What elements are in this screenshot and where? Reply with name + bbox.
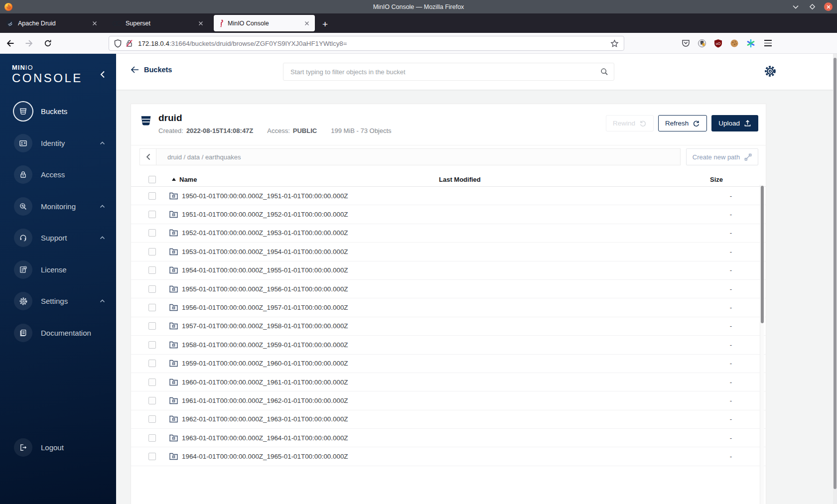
tab-close-icon[interactable]	[303, 20, 310, 27]
sidebar-item-identity[interactable]: Identity	[0, 127, 116, 159]
row-checkbox[interactable]	[148, 285, 156, 293]
sidebar-item-buckets[interactable]: Buckets	[0, 96, 116, 127]
row-checkbox[interactable]	[148, 415, 156, 423]
settings-gear-icon[interactable]	[764, 65, 777, 78]
size-column-header[interactable]: Size	[710, 176, 766, 183]
row-checkbox[interactable]	[148, 266, 156, 274]
pocket-icon[interactable]	[682, 39, 690, 47]
table-row[interactable]: 1951-01-01T00:00:00.000Z_1952-01-01T00:0…	[131, 205, 766, 224]
upload-button[interactable]: Upload	[711, 115, 758, 131]
refresh-button[interactable]: Refresh	[658, 115, 707, 131]
sidebar-collapse-icon[interactable]	[100, 71, 105, 78]
tab-superset[interactable]: Superset	[108, 15, 209, 31]
table-row[interactable]: 1963-01-01T00:00:00.000Z_1964-01-01T00:0…	[131, 429, 766, 447]
table-row[interactable]: 1961-01-01T00:00:00.000Z_1962-01-01T00:0…	[131, 391, 766, 410]
rewind-button[interactable]: Rewind	[606, 115, 654, 131]
row-checkbox[interactable]	[148, 434, 156, 442]
reload-button[interactable]	[44, 39, 52, 47]
sort-asc-icon[interactable]	[172, 178, 176, 181]
bookmark-star-icon[interactable]	[610, 39, 619, 48]
sidebar-item-logout[interactable]: Logout	[0, 432, 116, 463]
url-path: :31664/buckets/druid/browse/ZGF0YS9lYXJ0…	[169, 40, 347, 47]
breadcrumb[interactable]: druid / data / earthquakes	[156, 149, 680, 165]
menu-hamburger-icon[interactable]	[764, 40, 772, 46]
row-checkbox[interactable]	[148, 322, 156, 330]
object-size: -	[710, 248, 766, 255]
sidebar-item-support[interactable]: Support	[0, 222, 116, 254]
table-row[interactable]: 1952-01-01T00:00:00.000Z_1953-01-01T00:0…	[131, 224, 766, 243]
table-row[interactable]: 1953-01-01T00:00:00.000Z_1954-01-01T00:0…	[131, 243, 766, 261]
tab-apache-druid[interactable]: Apache Druid	[1, 15, 103, 31]
window-close-button[interactable]	[824, 2, 833, 11]
table-row[interactable]: 1964-01-01T00:00:00.000Z_1965-01-01T00:0…	[131, 447, 766, 466]
sidebar-item-license[interactable]: License	[0, 254, 116, 286]
last-modified-column-header[interactable]: Last Modified	[439, 176, 710, 183]
page-scrollbar[interactable]	[833, 54, 837, 504]
object-name: 1962-01-01T00:00:00.000Z_1963-01-01T00:0…	[182, 415, 348, 423]
insecure-lock-icon[interactable]	[126, 39, 133, 47]
ublock-origin-icon[interactable]: uO	[714, 39, 722, 48]
buckets-icon	[14, 102, 32, 121]
table-row[interactable]: 1962-01-01T00:00:00.000Z_1963-01-01T00:0…	[131, 410, 766, 429]
chevron-up-icon[interactable]	[100, 299, 105, 303]
table-row[interactable]: 1954-01-01T00:00:00.000Z_1955-01-01T00:0…	[131, 261, 766, 280]
window-maximize-button[interactable]	[808, 2, 817, 11]
url-bar[interactable]: 172.18.0.4:31664/buckets/druid/browse/ZG…	[109, 36, 624, 51]
minio-console-logo: MINIO CONSOLE	[12, 64, 83, 84]
table-scrollbar-thumb[interactable]	[761, 186, 764, 323]
table-row[interactable]: 1958-01-01T00:00:00.000Z_1959-01-01T00:0…	[131, 336, 766, 354]
select-all-checkbox[interactable]	[148, 176, 156, 183]
row-checkbox[interactable]	[148, 360, 156, 367]
row-checkbox[interactable]	[148, 341, 156, 349]
chevron-up-icon[interactable]	[100, 236, 105, 240]
table-row[interactable]: 1959-01-01T00:00:00.000Z_1960-01-01T00:0…	[131, 355, 766, 373]
table-row[interactable]: 1950-01-01T00:00:00.000Z_1951-01-01T00:0…	[131, 187, 766, 205]
back-button[interactable]	[6, 39, 14, 47]
sidebar-item-access[interactable]: Access	[0, 159, 116, 191]
back-to-buckets-link[interactable]: Buckets	[131, 66, 172, 74]
row-checkbox[interactable]	[148, 248, 156, 255]
row-checkbox[interactable]	[148, 304, 156, 311]
new-tab-button[interactable]: +	[322, 19, 328, 29]
spark-extension-icon[interactable]	[746, 39, 755, 48]
tab-minio-console[interactable]: MinIO Console	[214, 15, 315, 31]
object-name: 1960-01-01T00:00:00.000Z_1961-01-01T00:0…	[182, 378, 348, 386]
sidebar-item-settings[interactable]: Settings	[0, 285, 116, 317]
tab-close-icon[interactable]	[91, 20, 98, 27]
create-new-path-button[interactable]: Create new path	[686, 148, 758, 165]
name-column-header[interactable]: Name	[179, 176, 197, 183]
sidebar-item-documentation[interactable]: Documentation	[0, 317, 116, 349]
window-minimize-button[interactable]	[791, 2, 800, 11]
minio-page: MINIO CONSOLE Buckets Identity	[0, 54, 837, 504]
cookie-extension-icon[interactable]	[730, 39, 739, 48]
table-row[interactable]: 1957-01-01T00:00:00.000Z_1958-01-01T00:0…	[131, 317, 766, 336]
chevron-up-icon[interactable]	[100, 205, 105, 208]
forward-button[interactable]	[25, 39, 33, 47]
folder-icon	[169, 341, 178, 349]
tab-close-icon[interactable]	[197, 20, 204, 27]
sidebar-item-monitoring[interactable]: Monitoring	[0, 191, 116, 223]
search-input[interactable]	[283, 63, 614, 81]
object-name: 1963-01-01T00:00:00.000Z_1964-01-01T00:0…	[182, 434, 348, 442]
row-checkbox[interactable]	[148, 397, 156, 404]
row-checkbox[interactable]	[148, 453, 156, 460]
tracking-shield-icon[interactable]	[114, 39, 122, 48]
table-row[interactable]: 1960-01-01T00:00:00.000Z_1961-01-01T00:0…	[131, 373, 766, 391]
row-checkbox[interactable]	[148, 378, 156, 386]
table-scrollbar[interactable]	[760, 185, 764, 504]
row-checkbox[interactable]	[148, 192, 156, 200]
breadcrumb-back-chevron[interactable]	[140, 149, 156, 165]
object-size: -	[710, 229, 766, 237]
row-checkbox[interactable]	[148, 229, 156, 237]
chevron-up-icon[interactable]	[100, 141, 105, 145]
logo-console: CONSOLE	[12, 72, 83, 84]
folder-icon	[169, 304, 178, 311]
table-row[interactable]: 1956-01-01T00:00:00.000Z_1957-01-01T00:0…	[131, 298, 766, 317]
privacy-extension-icon[interactable]	[698, 39, 706, 48]
sidebar-item-label: Settings	[41, 297, 68, 305]
folder-icon	[169, 453, 178, 460]
page-scrollbar-thumb[interactable]	[834, 58, 837, 489]
row-checkbox[interactable]	[148, 211, 156, 218]
tab-bar: Apache Druid Superset MinIO Console +	[0, 13, 837, 33]
table-row[interactable]: 1955-01-01T00:00:00.000Z_1956-01-01T00:0…	[131, 280, 766, 298]
